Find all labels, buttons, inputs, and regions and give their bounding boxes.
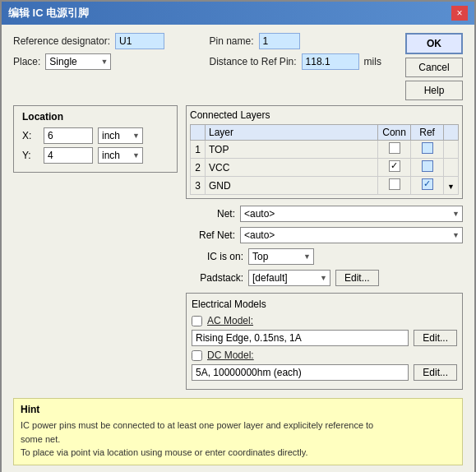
- x-input[interactable]: [44, 127, 93, 144]
- connected-layers-group: Connected Layers Layer Conn Ref: [186, 105, 463, 199]
- col-ref: Ref: [411, 125, 444, 141]
- row3-conn-cell: [378, 177, 411, 195]
- row2-conn-checkbox[interactable]: [389, 160, 400, 172]
- dc-model-row: DC Model:: [192, 349, 457, 361]
- ac-model-label: AC Model:: [207, 315, 253, 326]
- padstack-label: Padstack:: [186, 272, 243, 284]
- row1-ref-checkbox[interactable]: [422, 142, 433, 154]
- ref-designator-input[interactable]: [115, 33, 164, 49]
- x-label: X:: [22, 130, 39, 141]
- col-num: [191, 125, 206, 141]
- hint-title: Hint: [21, 404, 455, 415]
- distance-input[interactable]: [302, 53, 359, 70]
- place-select-wrapper: Single Multiple: [45, 53, 111, 70]
- distance-row: Distance to Ref Pin: mils: [210, 53, 381, 70]
- ref-net-row: Ref Net: <auto>: [186, 227, 463, 243]
- padstack-select[interactable]: [default]: [248, 270, 330, 286]
- net-row: Net: <auto>: [186, 206, 463, 222]
- padstack-row: Padstack: [default] Edit...: [186, 270, 463, 286]
- table-row: 2 VCC: [191, 159, 459, 177]
- close-button[interactable]: ×: [451, 6, 468, 21]
- place-label: Place:: [13, 56, 40, 67]
- hint-line2: some net.: [21, 434, 60, 444]
- row3-layer: GND: [206, 177, 378, 195]
- ref-net-select[interactable]: <auto>: [240, 227, 463, 243]
- ic-on-row: IC is on: Top Bottom: [186, 248, 463, 265]
- hint-line3: To place via point via location using mo…: [21, 447, 308, 457]
- ac-model-value: Rising Edge, 0.15ns, 1A: [192, 330, 409, 346]
- row3-num: 3: [191, 177, 206, 195]
- row2-scroll: [444, 159, 459, 177]
- dc-model-value-row: 5A, 10000000hm (each) Edit...: [192, 364, 457, 381]
- row2-ref-cell: [411, 159, 444, 177]
- distance-label: Distance to Ref Pin:: [210, 56, 297, 67]
- pin-name-row: Pin name:: [210, 33, 300, 49]
- row2-ref-checkbox[interactable]: [422, 160, 433, 172]
- net-select[interactable]: <auto>: [240, 206, 463, 222]
- x-unit-select[interactable]: inch mm mil: [98, 127, 143, 144]
- ac-edit-button[interactable]: Edit...: [414, 330, 457, 346]
- ref-net-label: Ref Net:: [186, 229, 235, 241]
- row1-num: 1: [191, 141, 206, 159]
- layers-table: Layer Conn Ref 1 TOP: [190, 124, 459, 195]
- row1-layer: TOP: [206, 141, 378, 159]
- ref-designator-row: Reference designator:: [13, 33, 201, 49]
- row3-scroll: ▼: [444, 177, 459, 195]
- table-row: 1 TOP: [191, 141, 459, 159]
- ic-on-label: IC is on:: [186, 251, 243, 262]
- row2-num: 2: [191, 159, 206, 177]
- dc-edit-button[interactable]: Edit...: [414, 364, 457, 381]
- dc-model-label-text: DC Model:: [207, 349, 254, 361]
- y-unit-wrapper: inch mm mil: [98, 147, 143, 164]
- electrical-models-title: Electrical Models: [192, 298, 457, 310]
- table-row: 3 GND ▼: [191, 177, 459, 195]
- ac-model-checkbox[interactable]: [192, 316, 202, 326]
- ac-model-label-text: AC Model:: [207, 315, 253, 326]
- ac-model-value-row: Rising Edge, 0.15ns, 1A Edit...: [192, 330, 457, 346]
- hint-text: IC power pins must be connected to at le…: [21, 419, 455, 460]
- place-select[interactable]: Single Multiple: [45, 53, 111, 70]
- connected-layers-title: Connected Layers: [190, 109, 459, 121]
- row3-conn-checkbox[interactable]: [389, 178, 400, 190]
- ic-on-select[interactable]: Top Bottom: [248, 248, 314, 265]
- dc-model-value: 5A, 10000000hm (each): [192, 364, 409, 381]
- cancel-button[interactable]: Cancel: [405, 58, 463, 77]
- net-label: Net:: [186, 208, 235, 220]
- location-title: Location: [22, 111, 169, 123]
- ic-on-select-wrapper: Top Bottom: [248, 248, 314, 265]
- pin-name-label: Pin name:: [210, 35, 254, 47]
- x-unit-wrapper: inch mm mil: [98, 127, 143, 144]
- y-row: Y: inch mm mil: [22, 147, 169, 164]
- dialog-title: 编辑 IC 电源引脚: [8, 6, 89, 21]
- row2-layer: VCC: [206, 159, 378, 177]
- y-input[interactable]: [44, 147, 93, 164]
- row1-conn-checkbox[interactable]: [389, 142, 400, 154]
- ok-button[interactable]: OK: [405, 33, 463, 54]
- row1-conn-cell: [378, 141, 411, 159]
- row1-ref-cell: [411, 141, 444, 159]
- net-select-wrapper: <auto>: [240, 206, 463, 222]
- y-label: Y:: [22, 150, 39, 161]
- row3-ref-cell: [411, 177, 444, 195]
- hint-group: Hint IC power pins must be connected to …: [13, 398, 463, 465]
- dc-model-label: DC Model:: [207, 349, 254, 361]
- padstack-edit-button[interactable]: Edit...: [335, 270, 379, 286]
- electrical-models-group: Electrical Models AC Model: Rising Edge,…: [186, 293, 463, 390]
- x-row: X: inch mm mil: [22, 127, 169, 144]
- col-conn: Conn: [378, 125, 411, 141]
- row3-ref-checkbox[interactable]: [422, 178, 433, 190]
- dc-model-checkbox[interactable]: [192, 350, 202, 361]
- pin-name-input[interactable]: [259, 33, 300, 49]
- padstack-select-wrapper: [default]: [248, 270, 330, 286]
- ac-model-row: AC Model:: [192, 315, 457, 326]
- help-button[interactable]: Help: [405, 81, 463, 100]
- dialog: 编辑 IC 电源引脚 × Reference designator: Place…: [0, 0, 476, 472]
- distance-unit: mils: [364, 56, 381, 67]
- title-bar: 编辑 IC 电源引脚 ×: [2, 2, 474, 25]
- location-group: Location X: inch mm mil Y:: [13, 105, 178, 173]
- y-unit-select[interactable]: inch mm mil: [98, 147, 143, 164]
- scroll-down-arrow[interactable]: ▼: [447, 183, 455, 191]
- row2-conn-cell: [378, 159, 411, 177]
- col-layer: Layer: [206, 125, 378, 141]
- hint-line1: IC power pins must be connected to at le…: [21, 420, 373, 430]
